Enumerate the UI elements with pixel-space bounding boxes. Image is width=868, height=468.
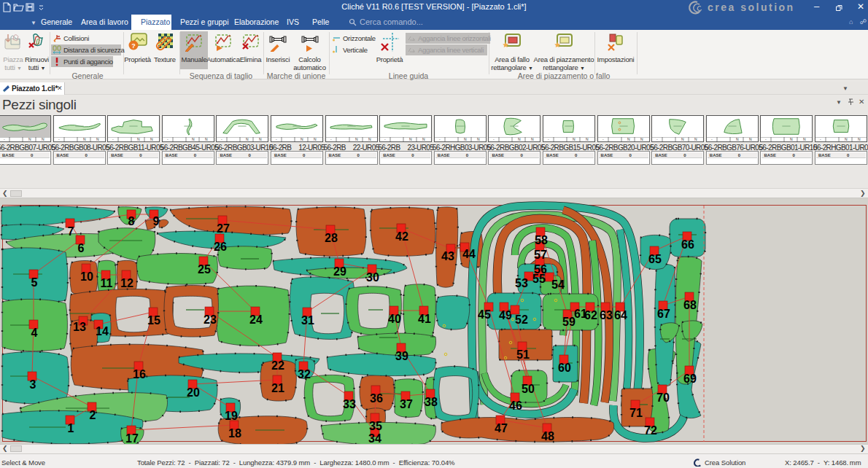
svg-text:58: 58 bbox=[535, 234, 548, 246]
svg-text:37: 37 bbox=[400, 398, 413, 410]
svg-text:34: 34 bbox=[368, 432, 381, 444]
svg-text:N: N bbox=[368, 137, 371, 141]
svg-text:40: 40 bbox=[388, 313, 401, 325]
svg-text:26: 26 bbox=[214, 241, 227, 253]
svg-text:20: 20 bbox=[187, 386, 200, 399]
svg-text:50: 50 bbox=[522, 383, 535, 395]
svg-text:33: 33 bbox=[343, 398, 356, 410]
svg-text:38: 38 bbox=[425, 396, 438, 408]
svg-text:45: 45 bbox=[478, 308, 491, 321]
svg-text:N: N bbox=[42, 137, 44, 141]
svg-text:42: 42 bbox=[395, 230, 408, 243]
svg-text:30: 30 bbox=[366, 271, 379, 284]
svg-text:24: 24 bbox=[249, 313, 263, 326]
svg-text:66: 66 bbox=[681, 238, 694, 251]
svg-text:64: 64 bbox=[614, 309, 627, 321]
svg-text:28: 28 bbox=[325, 232, 338, 244]
svg-text:60: 60 bbox=[558, 362, 571, 374]
svg-text:51: 51 bbox=[516, 348, 530, 361]
svg-text:16: 16 bbox=[133, 368, 146, 381]
svg-text:62: 62 bbox=[584, 309, 597, 321]
svg-text:56: 56 bbox=[534, 263, 547, 276]
svg-text:39: 39 bbox=[395, 350, 408, 362]
svg-text:57: 57 bbox=[534, 249, 547, 261]
svg-text:19: 19 bbox=[225, 410, 238, 422]
svg-text:N: N bbox=[301, 137, 303, 141]
svg-text:46: 46 bbox=[509, 399, 522, 412]
svg-text:N: N bbox=[205, 137, 208, 141]
svg-text:N: N bbox=[640, 137, 643, 141]
svg-text:32: 32 bbox=[298, 368, 311, 381]
svg-text:14: 14 bbox=[96, 325, 109, 338]
svg-text:67: 67 bbox=[657, 308, 670, 320]
svg-text:N: N bbox=[586, 137, 589, 141]
svg-text:6: 6 bbox=[78, 242, 85, 254]
svg-text:22: 22 bbox=[271, 359, 284, 372]
svg-text:N: N bbox=[749, 137, 752, 141]
svg-text:N: N bbox=[531, 137, 534, 141]
svg-text:12: 12 bbox=[120, 277, 133, 289]
svg-text:65: 65 bbox=[648, 253, 662, 265]
svg-text:21: 21 bbox=[271, 382, 284, 394]
svg-text:N: N bbox=[694, 137, 697, 141]
svg-text:15: 15 bbox=[147, 314, 160, 327]
svg-text:11: 11 bbox=[101, 277, 113, 289]
svg-text:N: N bbox=[803, 137, 806, 141]
svg-text:7: 7 bbox=[68, 225, 74, 238]
svg-text:N: N bbox=[790, 137, 793, 141]
svg-text:63: 63 bbox=[600, 309, 613, 321]
svg-text:N: N bbox=[518, 137, 521, 141]
svg-text:5: 5 bbox=[31, 276, 38, 289]
svg-text:72: 72 bbox=[644, 424, 657, 437]
svg-text:70: 70 bbox=[656, 391, 670, 404]
svg-text:18: 18 bbox=[228, 427, 241, 440]
svg-text:29: 29 bbox=[333, 265, 346, 278]
svg-text:N: N bbox=[858, 137, 861, 141]
svg-text:69: 69 bbox=[683, 373, 697, 385]
svg-text:41: 41 bbox=[418, 313, 431, 325]
svg-text:N: N bbox=[736, 137, 739, 141]
svg-text:N: N bbox=[464, 137, 467, 141]
svg-text:23: 23 bbox=[204, 313, 217, 326]
svg-text:54: 54 bbox=[551, 278, 565, 291]
svg-text:N: N bbox=[259, 137, 262, 141]
svg-text:9: 9 bbox=[153, 215, 160, 227]
svg-text:4: 4 bbox=[31, 327, 38, 339]
svg-text:71: 71 bbox=[629, 407, 643, 419]
svg-text:31: 31 bbox=[301, 314, 314, 327]
svg-text:43: 43 bbox=[441, 250, 454, 262]
svg-text:?: ? bbox=[131, 42, 136, 50]
svg-text:N: N bbox=[246, 137, 249, 141]
svg-text:13: 13 bbox=[73, 321, 86, 333]
svg-text:N: N bbox=[150, 137, 153, 141]
svg-text:68: 68 bbox=[683, 299, 697, 311]
svg-text:1: 1 bbox=[68, 422, 74, 434]
svg-text:3: 3 bbox=[30, 378, 36, 391]
svg-text:35: 35 bbox=[369, 420, 382, 432]
svg-text:N: N bbox=[477, 137, 480, 141]
svg-text:N: N bbox=[573, 137, 576, 141]
svg-text:N: N bbox=[422, 137, 425, 141]
svg-text:N: N bbox=[409, 137, 412, 141]
svg-text:52: 52 bbox=[515, 313, 528, 326]
svg-text:N: N bbox=[627, 137, 630, 141]
svg-text:crea solution: crea solution bbox=[708, 1, 795, 13]
svg-text:N: N bbox=[83, 137, 86, 141]
svg-text:36: 36 bbox=[370, 392, 383, 405]
svg-text:49: 49 bbox=[499, 309, 512, 321]
svg-text:2: 2 bbox=[90, 409, 96, 421]
svg-text:N: N bbox=[845, 137, 848, 141]
svg-text:48: 48 bbox=[541, 430, 554, 442]
svg-text:N: N bbox=[314, 137, 317, 141]
svg-text:17: 17 bbox=[125, 432, 139, 444]
svg-text:N: N bbox=[28, 137, 31, 141]
svg-text:10: 10 bbox=[80, 270, 93, 283]
svg-text:27: 27 bbox=[217, 222, 230, 235]
svg-text:25: 25 bbox=[198, 263, 211, 276]
svg-text:N: N bbox=[96, 137, 99, 141]
svg-text:N: N bbox=[192, 137, 195, 141]
svg-text:53: 53 bbox=[515, 277, 528, 289]
svg-text:N: N bbox=[355, 137, 358, 141]
svg-text:47: 47 bbox=[495, 422, 508, 434]
svg-text:N: N bbox=[681, 137, 684, 141]
